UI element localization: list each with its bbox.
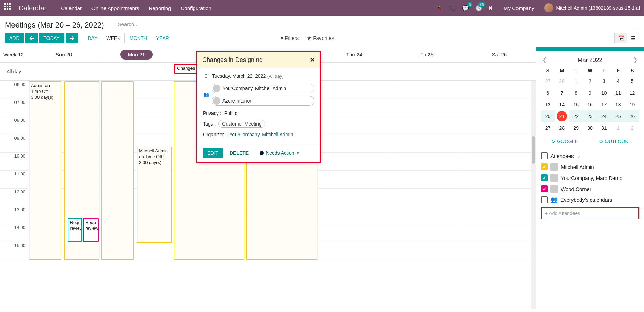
- apps-menu-icon[interactable]: [4, 3, 14, 13]
- today-button[interactable]: TODAY: [39, 33, 64, 43]
- range-day[interactable]: DAY: [84, 33, 102, 43]
- phone-icon[interactable]: 📞: [449, 5, 456, 11]
- attendee-checkbox[interactable]: ✔: [541, 174, 548, 181]
- menu-online-appointments[interactable]: Online Appointments: [87, 1, 144, 15]
- event-yellow-mon-left[interactable]: [101, 81, 134, 260]
- mini-cal-day[interactable]: 17: [597, 99, 611, 110]
- chevron-down-icon[interactable]: ⌄: [577, 153, 581, 159]
- bug-icon[interactable]: 🐞: [436, 5, 443, 11]
- event-timeoff-mon[interactable]: Mitchell Admin on Time Off : 3.00 day(s): [137, 147, 172, 243]
- user-menu[interactable]: Mitchell Admin (13802189-saas-15-1-al: [544, 3, 640, 12]
- menu-reporting[interactable]: Reporting: [144, 1, 176, 15]
- attendee-checkbox[interactable]: [541, 196, 548, 203]
- mini-cal-day[interactable]: 28: [555, 75, 569, 87]
- mini-cal-day[interactable]: 30: [583, 122, 597, 134]
- mini-cal-day[interactable]: 7: [555, 87, 569, 99]
- mini-cal-next-icon[interactable]: ❯: [633, 56, 638, 64]
- mini-cal-day[interactable]: 9: [583, 87, 597, 99]
- mini-cal-day[interactable]: 27: [541, 122, 555, 134]
- mini-cal-day[interactable]: 1: [569, 75, 583, 87]
- organizer-link[interactable]: YourCompany, Mitchell Admin: [229, 132, 293, 137]
- mini-cal-day[interactable]: 10: [597, 87, 611, 99]
- mini-cal-day[interactable]: 5: [625, 75, 639, 87]
- sync-google-button[interactable]: ⟳ GOOGLE: [552, 139, 578, 144]
- mini-cal-day[interactable]: 15: [569, 99, 583, 110]
- close-icon[interactable]: ✕: [310, 56, 315, 64]
- activities-icon[interactable]: 🕓26: [475, 5, 482, 11]
- attendee-item[interactable]: ✔ YourCompany, Marc Demo: [541, 172, 639, 183]
- mini-cal-day[interactable]: 1: [611, 122, 625, 134]
- mini-cal-day[interactable]: 28: [555, 122, 569, 134]
- range-year[interactable]: YEAR: [152, 33, 174, 43]
- scrollbar[interactable]: [531, 81, 536, 309]
- tag-pill[interactable]: Customer Meeting: [218, 120, 265, 128]
- filters-button[interactable]: ▾ Filters: [281, 35, 299, 41]
- mini-cal-day[interactable]: 23: [583, 110, 597, 122]
- day-header-thu[interactable]: Thu 24: [318, 52, 391, 57]
- mini-cal-day[interactable]: 21: [557, 111, 567, 121]
- view-list-icon[interactable]: ☰: [627, 33, 639, 43]
- delete-button[interactable]: DELETE: [230, 150, 249, 156]
- mini-cal-day[interactable]: 20: [541, 110, 555, 122]
- mini-cal-day[interactable]: 14: [555, 99, 569, 110]
- mini-cal-day[interactable]: 2: [583, 75, 597, 87]
- mini-cal-day[interactable]: 12: [625, 87, 639, 99]
- needs-action-dropdown[interactable]: Needs Action ▼: [260, 150, 299, 156]
- mini-cal-day[interactable]: 25: [611, 110, 625, 122]
- attendee-item[interactable]: 👥 Everybody's calendars: [541, 194, 639, 205]
- day-col-sun[interactable]: Admin on Time Off : 3.00 day(s) Requir r…: [28, 81, 100, 260]
- app-title: Calendar: [19, 4, 46, 12]
- menu-configuration[interactable]: Configuration: [176, 1, 216, 15]
- mini-cal-day[interactable]: 29: [569, 122, 583, 134]
- mini-cal-prev-icon[interactable]: ❮: [542, 56, 547, 64]
- day-col-fri[interactable]: [391, 81, 463, 260]
- mini-cal-day[interactable]: 11: [611, 87, 625, 99]
- attendee-item[interactable]: ✔ Wood Corner: [541, 183, 639, 194]
- day-col-sat[interactable]: [463, 81, 536, 260]
- mini-cal-day[interactable]: 4: [611, 75, 625, 87]
- sync-outlook-button[interactable]: ⟳ OUTLOOK: [599, 139, 628, 144]
- add-attendees-input[interactable]: + Add Attendees: [541, 207, 639, 219]
- attendees-checkbox-all[interactable]: [541, 152, 548, 159]
- prev-button[interactable]: 🡨: [25, 33, 38, 43]
- range-week[interactable]: WEEK: [102, 33, 125, 43]
- day-header-sun[interactable]: Sun 20: [28, 52, 100, 57]
- mini-cal-day[interactable]: 24: [597, 110, 611, 122]
- company-switcher[interactable]: My Company: [499, 1, 539, 15]
- event-review-b[interactable]: Requ review: [83, 218, 99, 242]
- mini-cal-day[interactable]: 16: [583, 99, 597, 110]
- search-input[interactable]: Search...: [118, 21, 639, 29]
- mini-cal-day[interactable]: 27: [541, 75, 555, 87]
- mini-cal-day[interactable]: 26: [625, 110, 639, 122]
- edit-button[interactable]: EDIT: [203, 148, 223, 158]
- event-timeoff-sun[interactable]: Admin on Time Off : 3.00 day(s): [29, 81, 61, 260]
- day-col-mon[interactable]: Mitchell Admin on Time Off : 3.00 day(s): [100, 81, 173, 260]
- tools-icon[interactable]: ✖: [488, 5, 493, 11]
- day-header-sat[interactable]: Sat 26: [463, 52, 536, 57]
- mini-cal-day[interactable]: 22: [569, 110, 583, 122]
- favorites-button[interactable]: ★ Favorites: [307, 35, 334, 41]
- add-button[interactable]: ADD: [5, 33, 24, 43]
- day-col-thu[interactable]: [318, 81, 391, 260]
- next-button[interactable]: 🡪: [66, 33, 78, 43]
- mini-cal-day[interactable]: 18: [611, 99, 625, 110]
- day-header-fri[interactable]: Fri 25: [391, 52, 463, 57]
- attendee-pill[interactable]: YourCompany, Mitchell Admin: [212, 84, 314, 93]
- mini-cal-day[interactable]: 13: [541, 99, 555, 110]
- attendee-checkbox[interactable]: ✔: [541, 163, 548, 170]
- mini-cal-day[interactable]: 19: [625, 99, 639, 110]
- messages-icon[interactable]: 💬5: [462, 5, 469, 11]
- event-review-a[interactable]: Requir review: [68, 218, 83, 242]
- view-calendar-icon[interactable]: 📅: [615, 33, 627, 43]
- mini-cal-day[interactable]: 8: [569, 87, 583, 99]
- attendee-pill[interactable]: Azure Interior: [212, 96, 314, 106]
- attendee-checkbox[interactable]: ✔: [541, 185, 548, 192]
- mini-cal-day[interactable]: 2: [625, 122, 639, 134]
- range-month[interactable]: MONTH: [125, 33, 151, 43]
- day-header-mon[interactable]: Mon 21: [100, 50, 173, 60]
- mini-cal-day[interactable]: 31: [597, 122, 611, 134]
- attendee-item[interactable]: ✔ Mitchell Admin: [541, 161, 639, 172]
- menu-calendar[interactable]: Calendar: [56, 1, 87, 15]
- mini-cal-day[interactable]: 6: [541, 87, 555, 99]
- mini-cal-day[interactable]: 3: [597, 75, 611, 87]
